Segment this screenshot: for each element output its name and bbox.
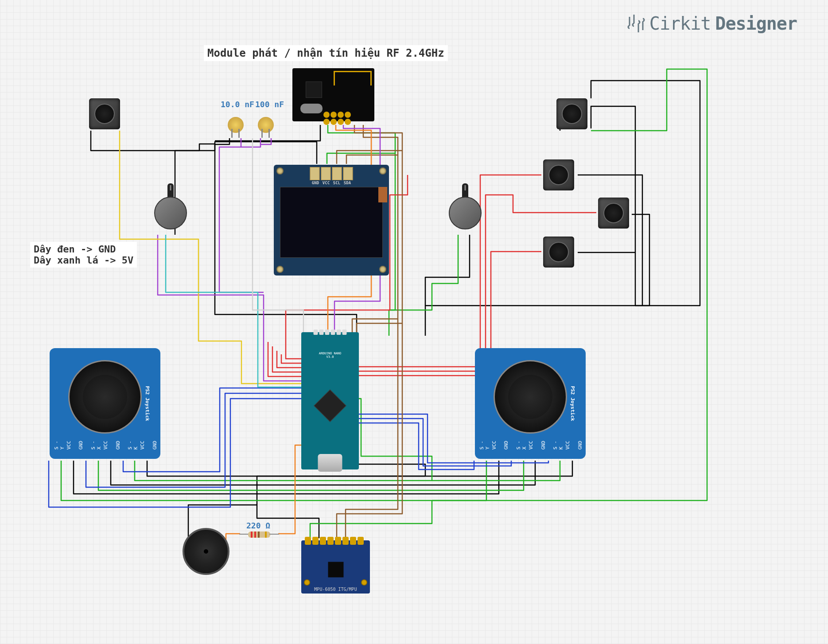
joy-stick-cap — [68, 360, 142, 434]
mpu-label: MPU-6050 ITG/MPU — [314, 587, 357, 592]
potentiometer-left — [154, 183, 187, 232]
oled-display: GND VCC SCL SDA — [274, 165, 389, 275]
nano-label: ARDUINO NANO V3.0 — [316, 352, 345, 359]
diagram-title: Module phát / nhận tín hiệu RF 2.4GHz — [204, 45, 448, 61]
capacitor-2 — [257, 113, 275, 138]
joystick-right-pins: S - Y VCC GND S - X VCC GND S - K VCC GN… — [475, 439, 593, 459]
cap-2-label: 100 nF — [255, 100, 284, 109]
joystick-left: PS2 Joystick S - Y VCC GND S - X VCC GND… — [50, 348, 160, 459]
joystick-label: PS2 Joystick — [570, 386, 575, 421]
joystick-right: PS2 Joystick S - Y VCC GND S - X VCC GND… — [475, 348, 586, 459]
logo-product: Designer — [715, 13, 797, 34]
resistor-label: 220 Ω — [246, 521, 270, 530]
wire-layer — [0, 0, 828, 644]
logo-brand: Cirkit — [649, 13, 711, 34]
cap-1-label: 10.0 nF — [221, 100, 254, 109]
resistor-220 — [239, 530, 279, 539]
button-top-right — [556, 98, 587, 129]
wire-legend: Dây đen -> GND Dây xanh lá -> 5V — [30, 242, 137, 268]
capacitor-1 — [227, 113, 245, 138]
arduino-nano: ARDUINO NANO V3.0 — [301, 332, 359, 469]
joystick-label: PS2 Joystick — [144, 386, 150, 421]
legend-line-2: Dây xanh lá -> 5V — [34, 255, 133, 266]
button-right-2 — [598, 198, 629, 229]
joy-stick-cap — [494, 360, 567, 434]
mpu6050-module: MPU-6050 ITG/MPU — [301, 540, 370, 594]
legend-line-1: Dây đen -> GND — [34, 244, 133, 255]
button-right-3 — [543, 237, 574, 268]
logo: Cirkit Designer — [627, 13, 797, 34]
joystick-left-pins: S - Y VCC GND S - X VCC GND S - K VCC GN… — [50, 439, 167, 459]
potentiometer-right — [448, 183, 482, 232]
logo-icon — [627, 15, 645, 32]
nrf24l01-module — [292, 68, 374, 121]
button-top-left — [89, 98, 120, 129]
buzzer — [182, 527, 230, 576]
button-right-1 — [543, 159, 574, 190]
